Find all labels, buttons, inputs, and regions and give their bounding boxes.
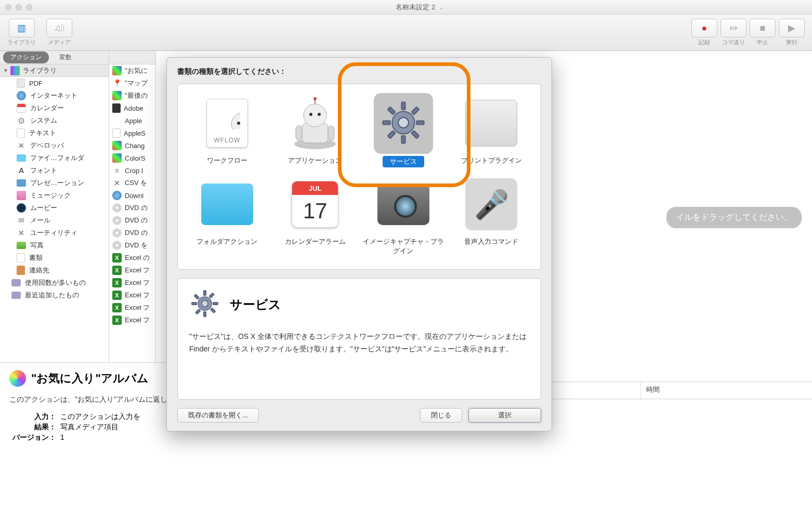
svg-rect-35	[211, 308, 216, 313]
library-item-label: デベロッパ	[30, 141, 64, 150]
library-item[interactable]: ⚙システム	[0, 114, 109, 127]
action-item-icon	[112, 228, 122, 238]
action-item-label: DVD の	[125, 228, 148, 238]
library-item[interactable]: プレゼ…ーション	[0, 177, 109, 189]
stop-button[interactable]: ■ 中止	[750, 19, 776, 46]
library-item[interactable]: ✉メール	[0, 214, 109, 227]
document-type-robot[interactable]: アプリケーション	[273, 95, 357, 167]
action-item[interactable]: AppleS	[109, 127, 155, 139]
library-item-label: 書類	[29, 253, 43, 262]
action-item-icon: X	[112, 291, 122, 300]
close-light[interactable]	[5, 4, 11, 10]
search-field-area[interactable]	[109, 51, 155, 64]
action-item[interactable]: DVD の	[109, 202, 155, 214]
media-icon: ♫⃞	[46, 19, 72, 37]
action-item[interactable]: XExcel フ	[109, 277, 155, 289]
action-item[interactable]: "最後の	[109, 89, 155, 102]
play-icon: ▶	[779, 19, 805, 37]
disclosure-triangle-icon[interactable]: ▼	[3, 68, 8, 73]
library-item[interactable]: PDF	[0, 77, 109, 89]
action-item[interactable]: Chang	[109, 139, 155, 152]
library-item[interactable]: ムービー	[0, 202, 109, 214]
library-button-label: ライブラリ	[7, 38, 36, 46]
document-type-folder[interactable]: フォルダアクション	[186, 176, 269, 256]
library-item-label: ユーティリティ	[30, 228, 77, 238]
library-item[interactable]: テキスト	[0, 127, 109, 139]
library-item[interactable]: ✕デベロッパ	[0, 139, 109, 152]
action-item-icon: X	[112, 303, 122, 312]
library-header[interactable]: ▼ ライブラリ	[0, 64, 109, 77]
action-item-label: Excel フ	[125, 266, 150, 275]
gear-icon	[375, 95, 432, 152]
action-item-icon	[112, 216, 122, 225]
traffic-lights	[5, 4, 32, 10]
document-type-printer[interactable]: プリントプラグイン	[450, 95, 533, 167]
action-item[interactable]: Downl	[109, 189, 155, 202]
library-item[interactable]: ファイ…フォルダ	[0, 152, 109, 164]
action-item[interactable]: Apple	[109, 114, 155, 127]
action-item[interactable]: ColorS	[109, 152, 155, 164]
document-type-camera[interactable]: イメージキャプチャ・プラグイン	[362, 176, 445, 256]
close-button[interactable]: 閉じる	[420, 408, 462, 423]
library-item[interactable]: 連絡先	[0, 264, 109, 277]
library-item[interactable]: インターネット	[0, 89, 109, 102]
action-item[interactable]: ✕CSV を	[109, 177, 155, 189]
library-item[interactable]: Aフォント	[0, 164, 109, 177]
tab-variable[interactable]: 変数	[52, 51, 79, 63]
action-item-icon	[112, 241, 122, 250]
action-item-label: "お気に	[125, 66, 148, 75]
smart-folder-item[interactable]: 使用回数が多いもの	[0, 277, 109, 289]
library-item[interactable]: ミュージック	[0, 189, 109, 202]
action-item[interactable]: "お気に	[109, 64, 155, 77]
library-item[interactable]: ✕ユーティリティ	[0, 227, 109, 239]
input-label: 入力：	[9, 412, 56, 422]
action-item-icon: ⌗	[112, 166, 122, 175]
document-type-mic[interactable]: 🎤音声入力コマンド	[450, 176, 533, 256]
action-item-label: Excel の	[125, 253, 150, 262]
action-item[interactable]: XExcel フ	[109, 314, 155, 326]
run-button[interactable]: ▶ 実行	[779, 19, 805, 46]
version-label: バージョン：	[9, 433, 56, 442]
action-item[interactable]: 📍"マップ	[109, 77, 155, 89]
zoom-light[interactable]	[26, 4, 32, 10]
document-type-gear[interactable]: サービス	[362, 95, 445, 167]
library-item-label: PDF	[29, 80, 43, 87]
camera-icon	[375, 176, 432, 233]
step-button[interactable]: ⤇ コマ送り	[721, 19, 746, 46]
library-item[interactable]: 写真	[0, 239, 109, 252]
record-button[interactable]: ● 記録	[691, 19, 717, 46]
library-item-label: インターネット	[30, 91, 77, 100]
action-item[interactable]: DVD を	[109, 239, 155, 252]
action-item[interactable]: XExcel フ	[109, 301, 155, 314]
document-type-label: 音声入力コマンド	[464, 237, 518, 246]
smart-folder-label: 使用回数が多いもの	[25, 278, 86, 287]
action-item[interactable]: XExcel フ	[109, 289, 155, 301]
document-type-label: サービス	[383, 156, 424, 167]
open-existing-button[interactable]: 既存の書類を開く...	[177, 408, 259, 423]
selected-type-info: サービス "サービス"は、OS X 全体で利用できるコンテクストワークフローです…	[177, 278, 541, 400]
minimize-light[interactable]	[16, 4, 22, 10]
action-item[interactable]: DVD の	[109, 227, 155, 239]
action-item[interactable]: XExcel の	[109, 252, 155, 264]
action-item[interactable]: DVD の	[109, 214, 155, 227]
document-type-label: ワークフロー	[207, 156, 247, 165]
choose-button[interactable]: 選択	[468, 408, 541, 423]
action-item[interactable]: Adobe	[109, 102, 155, 114]
svg-rect-14	[296, 126, 302, 140]
chevron-down-icon[interactable]: ⌄	[439, 5, 443, 10]
action-item[interactable]: ⌗Crop I	[109, 164, 155, 177]
document-type-wflow[interactable]: WFLOWワークフロー	[186, 95, 269, 167]
i-photo-icon	[17, 242, 26, 249]
library-toolbar-button[interactable]: ▥ ライブラリ	[7, 19, 36, 46]
library-item[interactable]: 書類	[0, 252, 109, 264]
tab-action[interactable]: アクション	[3, 51, 49, 63]
action-item[interactable]: XExcel フ	[109, 264, 155, 277]
i-pdf-icon	[17, 78, 25, 88]
library-item[interactable]: カレンダー	[0, 102, 109, 114]
step-label: コマ送り	[722, 38, 745, 46]
action-item-label: ColorS	[125, 154, 146, 162]
smart-folder-item[interactable]: 最近追加したもの	[0, 289, 109, 301]
svg-rect-30	[204, 291, 206, 296]
media-toolbar-button[interactable]: ♫⃞ メディア	[46, 19, 72, 46]
document-type-calendar[interactable]: JUL17カレンダーアラーム	[273, 176, 357, 256]
